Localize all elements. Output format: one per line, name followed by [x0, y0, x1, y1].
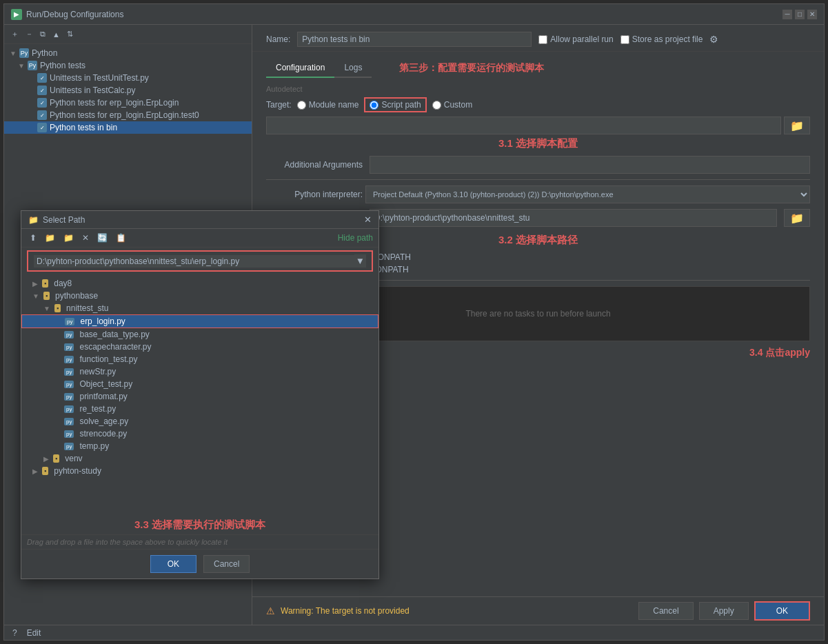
working-dir-input[interactable]: [370, 209, 777, 227]
add-config-button[interactable]: ＋: [8, 28, 21, 41]
python-tests-group[interactable]: ▼ Py Python tests: [4, 59, 252, 72]
minimize-button[interactable]: ─: [782, 10, 792, 19]
sp-tree-temp[interactable]: py temp.py: [21, 440, 378, 452]
title-bar-left: ▶ Run/Debug Configurations: [11, 9, 123, 20]
sp-path-dropdown-button[interactable]: ▼: [354, 254, 366, 268]
sp-close-button[interactable]: ✕: [364, 214, 372, 225]
module-name-radio[interactable]: [297, 101, 306, 110]
script-path-radio[interactable]: [370, 101, 378, 110]
cancel-button[interactable]: Cancel: [638, 602, 693, 620]
expand-arrow-nnittest: ▼: [43, 305, 50, 312]
sp-ok-button[interactable]: OK: [150, 555, 196, 573]
help-button[interactable]: ?: [10, 628, 20, 638]
sp-new-folder-button[interactable]: 📁: [42, 232, 58, 244]
browse-script-button[interactable]: 📁: [784, 117, 810, 134]
tree-item-3[interactable]: ✓ Python tests for erp_login.ErpLogin.te…: [4, 109, 252, 121]
sp-tree-label-solve: solve_age.py: [79, 416, 128, 426]
tree-item-0[interactable]: ✓ Unittests in TestUnitTest.py: [4, 72, 252, 84]
browse-workdir-button[interactable]: 📁: [784, 209, 810, 227]
sp-tree-venv[interactable]: ▶ ▪ venv: [21, 452, 378, 465]
sp-tree-pythonbase[interactable]: ▼ ▪ pythonbase: [21, 290, 378, 302]
annotation-34: 3.4 点击apply: [749, 347, 810, 359]
script-path-row: 📁: [266, 117, 810, 134]
sp-tree-pyhton-study[interactable]: ▶ ▪ pyhton-study: [21, 465, 378, 477]
additional-args-input[interactable]: [370, 156, 810, 174]
sp-hide-path-link[interactable]: Hide path: [338, 233, 373, 243]
dialog-title: Run/Debug Configurations: [26, 10, 123, 19]
before-launch-text: There are no tasks to run before launch: [465, 309, 610, 319]
sp-tree-retest[interactable]: py re_test.py: [21, 403, 378, 415]
sp-tree-label-day8: day8: [54, 279, 72, 288]
target-row: Target: Module name Script path Custom: [266, 97, 810, 112]
sp-tree-solve[interactable]: py solve_age.py: [21, 415, 378, 427]
sp-tree-nnittest[interactable]: ▼ ▪ nnittest_stu: [21, 302, 378, 314]
sort-button[interactable]: ⇅: [64, 28, 76, 40]
sp-tree-strencode[interactable]: py strencode.py: [21, 427, 378, 440]
tree-item-2[interactable]: ✓ Python tests for erp_login.ErpLogin: [4, 97, 252, 109]
py-icon-strencode: py: [64, 430, 74, 438]
store-as-project-checkbox[interactable]: [620, 35, 629, 44]
tab-logs[interactable]: Logs: [334, 59, 372, 78]
annotation-33: 3.3 选择需要执行的测试脚本: [21, 516, 378, 534]
python-group-icon: Py: [19, 48, 29, 58]
sp-tree-label-base-data: base_data_type.py: [79, 330, 149, 339]
sp-tree-day8[interactable]: ▶ ▪ day8: [21, 277, 378, 290]
tabs-row-container: Configuration Logs 第三步：配置需要运行的测试脚本: [266, 59, 810, 78]
allow-parallel-label[interactable]: Allow parallel run: [538, 34, 613, 44]
sp-new-folder2-button[interactable]: 📁: [61, 232, 77, 244]
interpreter-select[interactable]: Project Default (Python 3.10 (pyhton-pro…: [365, 185, 810, 203]
sp-cancel-button[interactable]: Cancel: [203, 555, 250, 573]
allow-parallel-checkbox[interactable]: [538, 35, 547, 44]
sp-refresh-button[interactable]: 🔄: [94, 232, 110, 244]
sp-title-left: 📁 Select Path: [28, 215, 85, 225]
folder-icon-study: ▪: [42, 467, 48, 475]
sp-title-text: Select Path: [43, 215, 85, 225]
remove-config-button[interactable]: －: [23, 28, 36, 41]
sp-path-input[interactable]: [34, 255, 354, 268]
python-group[interactable]: ▼ Py Python: [4, 47, 252, 59]
ok-button-main[interactable]: OK: [754, 601, 810, 621]
copy-config-button[interactable]: ⧉: [37, 28, 48, 40]
custom-radio[interactable]: [432, 101, 441, 110]
gear-icon[interactable]: ⚙: [709, 34, 718, 45]
apply-button[interactable]: Apply: [699, 602, 749, 620]
sp-tree-newstr[interactable]: py newStr.py: [21, 365, 378, 378]
sp-tree-function[interactable]: py function_test.py: [21, 353, 378, 365]
custom-radio-label[interactable]: Custom: [432, 100, 472, 110]
sp-tree-erp-login[interactable]: py erp_login.py: [21, 314, 378, 328]
python-group-label: Python: [32, 48, 57, 58]
script-path-input[interactable]: [266, 117, 781, 134]
tree-item-4[interactable]: ✓ Python tests in bin: [4, 121, 252, 134]
sp-tree-escape[interactable]: py escapecharacter.py: [21, 341, 378, 353]
sp-tree-label-retest: re_test.py: [79, 404, 116, 414]
py-icon-object: py: [64, 381, 74, 388]
sp-tree-label-newstr: newStr.py: [79, 367, 116, 376]
sp-tree-base-data[interactable]: py base_data_type.py: [21, 328, 378, 341]
module-name-radio-label[interactable]: Module name: [297, 100, 359, 110]
maximize-button[interactable]: □: [795, 10, 805, 19]
store-as-project-text: Store as project file: [632, 34, 703, 44]
sp-tree-printfomat[interactable]: py printfomat.py: [21, 390, 378, 403]
sp-copy-button[interactable]: 📋: [113, 232, 129, 244]
title-bar: ▶ Run/Debug Configurations ─ □ ✕: [4, 4, 824, 25]
sp-home-button[interactable]: ⬆: [27, 232, 39, 244]
sp-tree-label-temp: temp.py: [79, 441, 109, 451]
sp-delete-button[interactable]: ✕: [79, 232, 92, 244]
store-as-project-label[interactable]: Store as project file: [620, 34, 703, 44]
sp-folder-icon: 📁: [28, 215, 39, 225]
dialog-bottom: ⚠ Warning: The target is not provided Ca…: [252, 596, 824, 625]
sp-tree-label-venv: venv: [65, 454, 82, 463]
test-icon-3: ✓: [37, 110, 47, 120]
edit-label: Edit: [27, 628, 41, 638]
expand-arrow: ▼: [10, 50, 17, 57]
close-button[interactable]: ✕: [807, 10, 817, 19]
name-input[interactable]: [297, 32, 532, 47]
left-toolbar: ＋ － ⧉ ▲ ⇅: [4, 25, 252, 44]
script-path-radio-label[interactable]: Script path: [364, 97, 426, 112]
tree-item-1[interactable]: ✓ Unittests in TestCalc.py: [4, 84, 252, 97]
sp-tree-object[interactable]: py Object_test.py: [21, 378, 378, 390]
move-up-button[interactable]: ▲: [50, 29, 63, 40]
tab-configuration[interactable]: Configuration: [266, 59, 334, 78]
status-bar: ? Edit: [4, 625, 824, 640]
test-icon-2: ✓: [37, 98, 47, 108]
